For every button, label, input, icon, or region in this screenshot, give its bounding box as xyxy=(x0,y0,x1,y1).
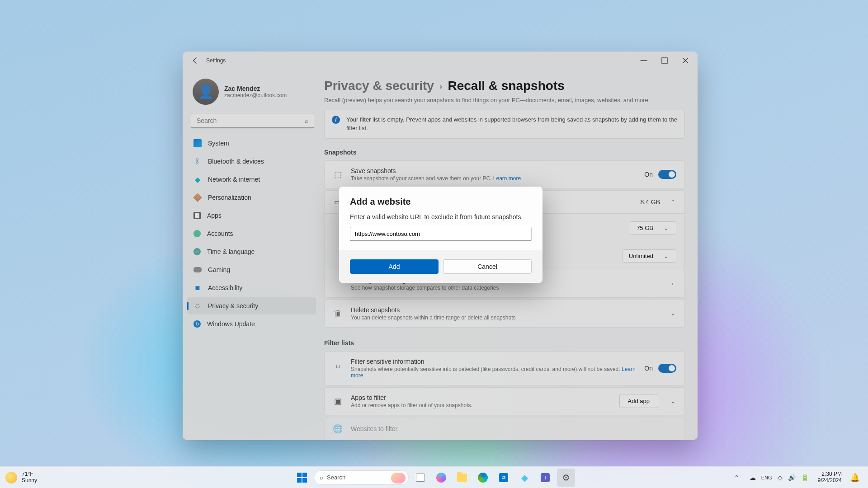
website-url-input[interactable] xyxy=(350,227,532,241)
windows-icon xyxy=(297,473,307,483)
store-button[interactable]: ⧉ xyxy=(495,469,513,487)
sun-icon xyxy=(5,472,17,483)
weather-widget[interactable]: 71°F Sunny xyxy=(5,471,37,483)
folder-icon xyxy=(457,474,467,482)
task-view-button[interactable] xyxy=(411,469,429,487)
explorer-button[interactable] xyxy=(453,469,471,487)
notifications-button[interactable]: 🔔 xyxy=(847,473,863,483)
wifi-icon: ◇ xyxy=(778,474,783,481)
edge-button[interactable] xyxy=(474,469,492,487)
task-view-icon xyxy=(416,474,425,482)
cancel-button[interactable]: Cancel xyxy=(443,259,532,274)
gear-icon: ⚙ xyxy=(562,472,570,483)
volume-icon: 🔊 xyxy=(788,474,796,481)
weather-temp: 71°F xyxy=(22,471,37,477)
taskbar: 71°F Sunny ⌕Search ⧉ ◆ T ⚙ ⌃ ☁ ENG ◇ 🔊 🔋… xyxy=(0,466,868,488)
onedrive-icon: ☁ xyxy=(750,474,756,481)
weather-cond: Sunny xyxy=(22,478,37,483)
taskbar-search[interactable]: ⌕Search xyxy=(314,470,409,485)
tray-expand[interactable]: ⌃ xyxy=(731,474,743,481)
diamond-icon: ◆ xyxy=(521,472,528,483)
add-website-dialog: Add a website Enter a valid website URL … xyxy=(339,187,542,283)
dialog-description: Enter a valid website URL to exclude it … xyxy=(350,213,532,221)
search-placeholder: Search xyxy=(327,474,345,481)
start-button[interactable] xyxy=(293,469,311,487)
copilot-icon xyxy=(436,473,446,483)
teams-button[interactable]: T xyxy=(536,469,554,487)
keyboard-icon: ENG xyxy=(761,475,772,480)
app-button[interactable]: ◆ xyxy=(515,469,533,487)
add-button[interactable]: Add xyxy=(350,259,439,274)
system-tray[interactable]: ☁ ENG ◇ 🔊 🔋 xyxy=(746,474,812,481)
search-decoration-icon xyxy=(391,473,406,483)
copilot-button[interactable] xyxy=(432,469,450,487)
clock[interactable]: 2:30 PM 9/24/2024 xyxy=(815,471,844,484)
battery-icon: 🔋 xyxy=(801,474,809,481)
edge-icon xyxy=(478,473,488,483)
settings-taskbar-button[interactable]: ⚙ xyxy=(557,469,575,487)
bell-icon: 🔔 xyxy=(850,473,860,482)
chevron-up-icon: ⌃ xyxy=(734,474,740,481)
clock-date: 9/24/2024 xyxy=(818,478,842,484)
store-icon: ⧉ xyxy=(499,473,508,482)
search-icon: ⌕ xyxy=(320,474,323,481)
clock-time: 2:30 PM xyxy=(818,471,842,478)
dialog-title: Add a website xyxy=(350,197,532,207)
teams-icon: T xyxy=(541,473,550,482)
